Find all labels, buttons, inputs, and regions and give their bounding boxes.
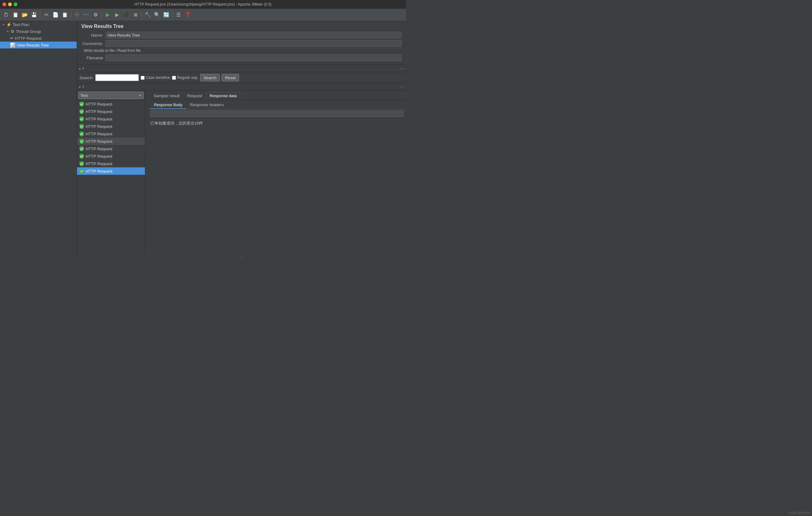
title-bar: HTTP Request.jmx (/Users/songzhipeng/HTT…: [0, 0, 406, 9]
list-panel: Text ▼ HTTP Request: [77, 91, 145, 256]
toggle-button[interactable]: ⚙: [91, 10, 100, 19]
search-toolbar-button[interactable]: 🔍: [153, 10, 162, 19]
resize-arrows-2[interactable]: ▲ ▼: [78, 85, 85, 88]
format-dropdown[interactable]: Text ▼: [78, 92, 144, 99]
sidebar-item-test-plan[interactable]: ▼ ⚡ Test Plan: [0, 21, 77, 28]
detail-tabs: Sampler result Request Response data: [148, 91, 406, 100]
test-plan-label: Test Plan: [13, 22, 29, 27]
toolbar-separator-2: [71, 11, 71, 18]
sidebar-item-thread-group[interactable]: ▼ ⚙ Thread Group: [0, 28, 77, 35]
shield-icon: [80, 131, 84, 136]
sidebar-item-view-results-tree[interactable]: 📊 View Results Tree: [0, 41, 77, 49]
search-input[interactable]: [95, 74, 139, 81]
shield-icon: [80, 139, 84, 144]
cut-button[interactable]: ✂: [42, 10, 51, 19]
open-button[interactable]: 📂: [21, 10, 29, 19]
tab-sampler-result[interactable]: Sampler result: [150, 92, 183, 100]
clear-button[interactable]: 🔨: [143, 10, 152, 19]
chevron-down-icon: ▼: [139, 94, 142, 97]
tab-response-headers[interactable]: Response headers: [186, 101, 228, 109]
view-results-icon: 📊: [10, 42, 15, 48]
help-button[interactable]: ❓: [183, 10, 192, 19]
shield-icon: [80, 146, 84, 151]
response-text: 订单创建成功，总的卖出10件: [150, 121, 203, 125]
filename-label: Filename: [81, 56, 103, 60]
right-panel: View Results Tree Name: Comments: Write …: [77, 21, 406, 258]
copy-button[interactable]: 📄: [51, 10, 60, 19]
search-button[interactable]: Search: [200, 74, 220, 81]
start-no-pause-button[interactable]: ▶: [113, 10, 121, 19]
test-plan-icon: ⚡: [6, 22, 11, 27]
filename-input[interactable]: [106, 54, 402, 61]
list-item[interactable]: HTTP Request: [77, 115, 145, 123]
response-filter-input[interactable]: [150, 111, 404, 117]
shield-icon: [80, 116, 84, 121]
new-button[interactable]: 🗒: [2, 10, 10, 19]
list-button[interactable]: ☰: [174, 10, 183, 19]
list-item-label: HTTP Request: [86, 162, 112, 166]
list-item[interactable]: HTTP Request: [77, 160, 145, 167]
regular-exp-group: Regular exp.: [172, 76, 198, 80]
dots-menu-2[interactable]: ⋯: [400, 84, 405, 90]
horizontal-drag-handle[interactable]: ⋯: [77, 256, 406, 258]
expand-button[interactable]: ➕: [72, 10, 81, 19]
view-results-label: View Results Tree: [17, 43, 49, 48]
list-toolbar: Text ▼: [77, 91, 145, 100]
list-item-label: HTTP Request: [86, 117, 112, 121]
paste-button[interactable]: 📋: [60, 10, 69, 19]
vertical-drag-handle[interactable]: ⋮: [145, 91, 148, 256]
http-request-icon: ✏: [10, 36, 14, 41]
response-content: 订单创建成功，总的卖出10件: [148, 118, 406, 256]
tab-response-body[interactable]: Response Body: [150, 101, 186, 109]
resizer-row-2: ▲ ▼ ⋯: [77, 83, 406, 91]
name-input[interactable]: [106, 32, 402, 38]
comments-input[interactable]: [106, 40, 402, 47]
resizer-row-1: ▲ ▼ ⋯: [77, 65, 406, 72]
tab-request[interactable]: Request: [184, 92, 205, 100]
thread-group-label: Thread Group: [16, 29, 41, 34]
start-button[interactable]: ▶: [104, 10, 112, 19]
stop-button[interactable]: ⬛: [122, 10, 131, 19]
tab-response-data[interactable]: Response data: [206, 92, 240, 100]
shield-icon: [80, 102, 84, 107]
minimize-button[interactable]: [8, 2, 12, 6]
toolbar: 🗒 📋 📂 💾 ✂ 📄 📋 ➕ ➖ ⚙ ▶ ▶ ⬛ ⏹ 🔨 🔍 🔄 ☰ ❓: [0, 9, 406, 21]
list-item[interactable]: HTTP Request: [77, 152, 145, 160]
list-item-label: HTTP Request: [86, 139, 112, 144]
save-button[interactable]: 💾: [30, 10, 38, 19]
list-item-selected[interactable]: HTTP Request: [77, 167, 145, 175]
dots-menu-1[interactable]: ⋯: [400, 65, 405, 71]
list-item-label: HTTP Request: [86, 124, 112, 129]
collapse-button[interactable]: ➖: [82, 10, 91, 19]
shield-icon: [80, 161, 84, 166]
list-item-label: HTTP Request: [86, 147, 112, 151]
sidebar-item-http-request[interactable]: ✏ HTTP Request: [0, 35, 77, 41]
list-item[interactable]: HTTP Request: [77, 123, 145, 130]
list-item[interactable]: HTTP Request: [77, 145, 145, 152]
remote-button[interactable]: 🔄: [162, 10, 171, 19]
resize-arrows-1[interactable]: ▲ ▼: [78, 67, 85, 70]
filename-field-row: Filename: [81, 54, 402, 61]
tree-expand-arrow: ▼: [2, 23, 5, 26]
shutdown-button[interactable]: ⏹: [131, 10, 140, 19]
maximize-button[interactable]: [14, 2, 18, 6]
reset-button[interactable]: Reset: [222, 74, 239, 81]
panel-title: View Results Tree: [81, 24, 402, 29]
list-item[interactable]: HTTP Request: [77, 100, 145, 108]
list-item[interactable]: HTTP Request: [77, 108, 145, 115]
detail-panel: Sampler result Request Response data Res…: [148, 91, 406, 256]
regular-exp-checkbox[interactable]: [172, 76, 176, 80]
list-item[interactable]: HTTP Request: [77, 138, 145, 145]
list-item[interactable]: HTTP Request: [77, 130, 145, 138]
close-button[interactable]: [2, 2, 6, 6]
main-layout: ▼ ⚡ Test Plan ▼ ⚙ Thread Group ✏ HTTP Re…: [0, 21, 406, 258]
case-sensitive-checkbox[interactable]: [141, 76, 145, 80]
thread-group-arrow: ▼: [6, 30, 9, 33]
sidebar: ▼ ⚡ Test Plan ▼ ⚙ Thread Group ✏ HTTP Re…: [0, 21, 77, 258]
name-field-row: Name:: [81, 32, 402, 38]
comments-field-row: Comments:: [81, 40, 402, 47]
case-sensitive-group: Case sensitive: [141, 76, 170, 80]
http-request-label: HTTP Request: [15, 36, 41, 41]
list-item-label: HTTP Request: [86, 154, 112, 159]
templates-button[interactable]: 📋: [11, 10, 20, 19]
